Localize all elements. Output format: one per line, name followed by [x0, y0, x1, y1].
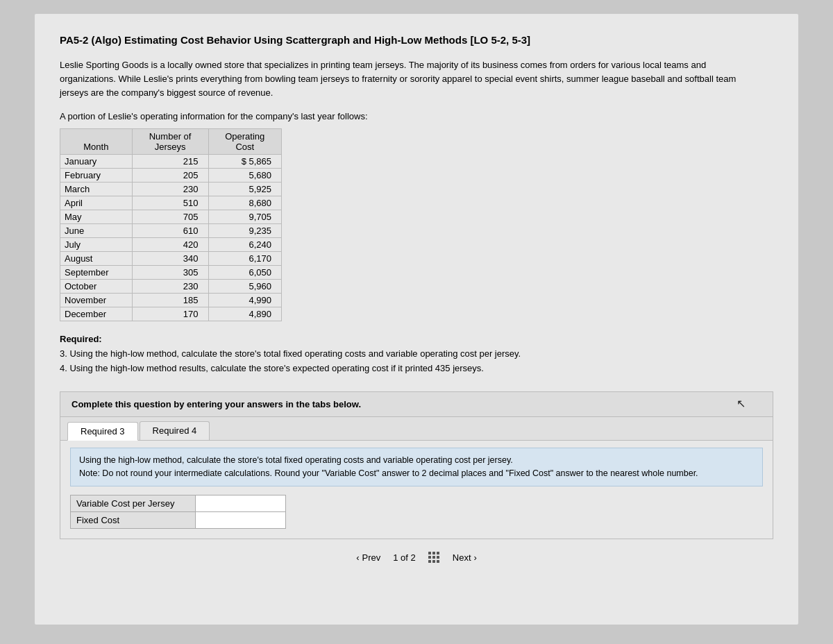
- cost-cell: 6,240: [208, 237, 281, 251]
- tab-required-3[interactable]: Required 3: [67, 422, 138, 441]
- cost-cell: 4,990: [208, 293, 281, 307]
- answer-input-cell[interactable]: [196, 495, 286, 512]
- grid-icon: [428, 552, 440, 564]
- cost-cell: 6,050: [208, 265, 281, 279]
- intro-text: Leslie Sporting Goods is a locally owned…: [60, 58, 740, 100]
- required-item-3: 3. Using the high-low method, calculate …: [60, 347, 773, 362]
- month-cell: August: [60, 251, 133, 265]
- nav-bar: ‹ Prev 1 of 2 Next ›: [60, 539, 773, 566]
- page-title: PA5-2 (Algo) Estimating Cost Behavior Us…: [60, 33, 773, 47]
- cost-cell: 9,705: [208, 210, 281, 223]
- variable-cost-per-jersey-input[interactable]: [201, 498, 278, 509]
- complete-box: Complete this question by entering your …: [60, 391, 773, 417]
- next-chevron: ›: [474, 552, 477, 563]
- col2-header: Number ofJerseys: [132, 128, 208, 154]
- month-cell: February: [60, 168, 133, 182]
- jerseys-cell: 340: [132, 251, 208, 265]
- cost-cell: $ 5,865: [208, 154, 281, 168]
- month-cell: April: [60, 196, 133, 210]
- table-row: August 340 6,170: [60, 251, 282, 265]
- cost-cell: 5,960: [208, 279, 281, 293]
- required-items: 3. Using the high-low method, calculate …: [60, 347, 773, 376]
- cost-cell: 9,235: [208, 223, 281, 237]
- table-row: April 510 8,680: [60, 196, 282, 210]
- prev-label: Prev: [362, 552, 381, 563]
- col1-header: Month: [60, 128, 133, 154]
- answer-table: Variable Cost per JerseyFixed Cost: [70, 495, 286, 529]
- month-cell: March: [60, 182, 133, 196]
- data-table: Month Number ofJerseys OperatingCost Jan…: [60, 128, 282, 321]
- jerseys-cell: 230: [132, 182, 208, 196]
- month-cell: July: [60, 237, 133, 251]
- tabs-section: Required 3 Required 4 Using the high-low…: [60, 417, 773, 540]
- table-row: May 705 9,705: [60, 210, 282, 223]
- col3-header: OperatingCost: [208, 128, 281, 154]
- month-cell: October: [60, 279, 133, 293]
- jerseys-cell: 215: [132, 154, 208, 168]
- tab-required-4[interactable]: Required 4: [140, 421, 210, 440]
- table-row: July 420 6,240: [60, 237, 282, 251]
- month-cell: May: [60, 210, 133, 223]
- cost-cell: 5,680: [208, 168, 281, 182]
- prev-chevron: ‹: [356, 552, 359, 563]
- page-container: PA5-2 (Algo) Estimating Cost Behavior Us…: [35, 14, 798, 625]
- month-cell: September: [60, 265, 133, 279]
- jerseys-cell: 420: [132, 237, 208, 251]
- cost-cell: 6,170: [208, 251, 281, 265]
- tabs-row: Required 3 Required 4: [60, 417, 773, 441]
- jerseys-cell: 510: [132, 196, 208, 210]
- month-cell: January: [60, 154, 133, 168]
- fixed-cost-input[interactable]: [201, 515, 278, 525]
- answer-label: Variable Cost per Jersey: [71, 495, 196, 512]
- table-row: December 170 4,890: [60, 307, 282, 321]
- table-row: March 230 5,925: [60, 182, 282, 196]
- answer-label: Fixed Cost: [71, 512, 196, 529]
- answer-row: Fixed Cost: [71, 512, 286, 529]
- required-item-4: 4. Using the high-low method results, ca…: [60, 362, 773, 376]
- tab-content: Using the high-low method, calculate the…: [60, 441, 773, 539]
- page-indicator: 1 of 2: [393, 552, 416, 563]
- table-row: November 185 4,990: [60, 293, 282, 307]
- month-cell: November: [60, 293, 133, 307]
- answer-row: Variable Cost per Jersey: [71, 495, 286, 512]
- table-row: September 305 6,050: [60, 265, 282, 279]
- jerseys-cell: 185: [132, 293, 208, 307]
- table-row: October 230 5,960: [60, 279, 282, 293]
- next-label: Next: [453, 552, 471, 563]
- subheader: A portion of Leslie's operating informat…: [60, 111, 773, 121]
- jerseys-cell: 305: [132, 265, 208, 279]
- cost-cell: 5,925: [208, 182, 281, 196]
- jerseys-cell: 610: [132, 223, 208, 237]
- prev-button[interactable]: ‹ Prev: [356, 552, 380, 563]
- required-header: Required:: [60, 334, 773, 344]
- next-button[interactable]: Next ›: [453, 552, 477, 563]
- table-row: January 215 $ 5,865: [60, 154, 282, 168]
- answer-input-cell[interactable]: [196, 512, 286, 529]
- cursor-arrow: ↖: [737, 397, 746, 410]
- month-cell: December: [60, 307, 133, 321]
- table-row: February 205 5,680: [60, 168, 282, 182]
- jerseys-cell: 230: [132, 279, 208, 293]
- instruction-box: Using the high-low method, calculate the…: [70, 448, 763, 487]
- month-cell: June: [60, 223, 133, 237]
- jerseys-cell: 705: [132, 210, 208, 223]
- table-row: June 610 9,235: [60, 223, 282, 237]
- jerseys-cell: 170: [132, 307, 208, 321]
- cost-cell: 8,680: [208, 196, 281, 210]
- jerseys-cell: 205: [132, 168, 208, 182]
- cost-cell: 4,890: [208, 307, 281, 321]
